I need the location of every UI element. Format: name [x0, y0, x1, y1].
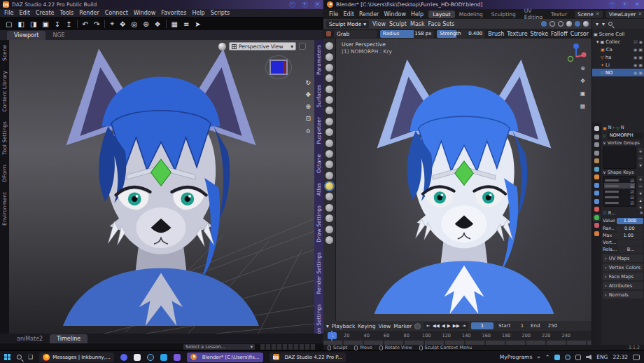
workspace-layout[interactable]: Layout — [428, 11, 455, 18]
brush-pinch-icon[interactable] — [326, 172, 333, 179]
brush-elastic-deform-icon[interactable] — [326, 193, 333, 200]
collection-menu-icon[interactable]: ▾ — [602, 21, 605, 27]
proportional-edit-icon[interactable] — [550, 21, 555, 27]
texture-tab-icon[interactable] — [594, 231, 599, 236]
zoom-icon[interactable]: ⊕ — [578, 64, 587, 73]
steam-icon[interactable] — [147, 354, 154, 361]
universal-tool-icon[interactable]: ✥ — [120, 20, 125, 28]
menu-sculpt[interactable]: Sculpt — [389, 21, 407, 27]
physics-tab-icon[interactable] — [594, 199, 599, 204]
range-max-field[interactable]: 1.00 — [613, 233, 643, 239]
shading-material-icon[interactable] — [575, 21, 580, 27]
pane-tab-dform[interactable]: DForm — [1, 165, 8, 182]
add-shape-key-button[interactable]: + — [638, 176, 643, 182]
daz-menu-file[interactable]: File — [4, 10, 13, 16]
display-icon[interactable] — [575, 355, 581, 360]
menu-face-sets[interactable]: Face Sets — [428, 21, 455, 27]
mode-dropdown[interactable]: Sculpt Mode ▾ — [326, 20, 369, 28]
discord-icon[interactable] — [120, 354, 127, 361]
checkbox-icon[interactable]: ☑ — [634, 39, 637, 44]
jump-to-end-button[interactable]: ⇥ — [462, 323, 465, 329]
strength-slider[interactable]: Strength 0.400 — [437, 30, 485, 38]
daz-viewport[interactable]: Perspective View ▾ ↻ ✥ ⊕ ⊡ ⌂ — [9, 40, 314, 334]
auto-keying-button[interactable] — [414, 323, 421, 329]
menu-keying[interactable]: Keying — [358, 323, 375, 329]
node-tool-icon[interactable]: ⌖ — [110, 20, 114, 28]
menu-mask[interactable]: Mask — [410, 21, 425, 27]
menu-playback[interactable]: Playback — [332, 323, 355, 329]
pane-tab-environment[interactable]: Environment — [1, 192, 8, 226]
daz-menu-edit[interactable]: Edit — [19, 10, 30, 16]
timeline-ruler[interactable]: 1 20 40 60 80 100 120 140 160 180 200 22… — [323, 331, 592, 341]
scene-tab-icon[interactable] — [594, 158, 599, 163]
shading-wireframe-icon[interactable] — [558, 21, 564, 27]
vertex-colors-section[interactable]: › Vertex Colors — [603, 263, 643, 271]
daz-task-button[interactable]: DS DAZ Studio 4.22 Pro P... — [270, 352, 346, 362]
camera-visibility-icon[interactable]: ▣ — [638, 47, 643, 52]
camera-visibility-icon[interactable]: ▣ — [638, 55, 643, 60]
task-view-icon[interactable]: ❏ — [28, 354, 33, 360]
active-brush-name[interactable]: Grab — [334, 30, 377, 38]
undo-icon[interactable]: ↶ — [83, 20, 88, 28]
close-icon[interactable]: ✕ — [640, 210, 643, 216]
daz-menu-scripts[interactable]: Scripts — [211, 10, 230, 16]
tool-tab-icon[interactable] — [594, 126, 599, 131]
filter-icon[interactable]: ▾ — [596, 21, 598, 27]
lesson-select-dropdown[interactable]: Select a Lesson... ▾ — [183, 344, 255, 350]
blender-maximize-button[interactable]: + — [622, 1, 628, 8]
firefox-task-button[interactable]: Messages | Inkbunny,... — [39, 352, 114, 362]
my-programs-label[interactable]: MyPrograms — [500, 354, 532, 360]
normals-section[interactable]: › Normals — [603, 291, 643, 299]
pane-tab-tool-settings[interactable]: Tool Settings — [1, 121, 8, 155]
remove-vertex-group-button[interactable]: − — [638, 155, 643, 160]
blender-task-button[interactable]: Blender* [C:\Users\fis... — [187, 352, 263, 362]
pane-tab-render-settings[interactable]: Render Settings — [316, 252, 322, 294]
daz-menu-favorites[interactable]: Favorites — [161, 10, 186, 16]
playhead[interactable] — [331, 331, 332, 341]
workspace-modeling[interactable]: Modeling — [455, 11, 487, 18]
save-icon[interactable]: ▣ — [42, 20, 48, 28]
menu-render[interactable]: Render — [359, 11, 379, 18]
workspace-sculpting[interactable]: Sculpting — [487, 11, 520, 18]
eye-icon[interactable]: ◉ — [639, 39, 643, 44]
outliner-item-light[interactable]: ✦ Li ◉ ▣ — [592, 61, 644, 69]
daz-menu-create[interactable]: Create — [36, 10, 55, 16]
modifiers-tab-icon[interactable] — [594, 183, 599, 188]
start-button[interactable] — [4, 354, 10, 360]
outliner-item-hair[interactable]: ▽ ha ◉ ▣ — [592, 53, 644, 61]
pane-tab-puppeteer[interactable]: Puppeteer — [316, 117, 322, 144]
brush-grab-icon[interactable] — [326, 182, 333, 190]
brush-draw-icon[interactable] — [326, 42, 333, 50]
render-settings-icon[interactable]: ≡ — [183, 20, 189, 28]
pane-tab-parameters[interactable]: Parameters — [316, 45, 322, 75]
shape-key-specials-button[interactable]: ▾ — [638, 190, 643, 196]
daz-menu-connect[interactable]: Connect — [105, 10, 128, 16]
attributes-section[interactable]: › Attributes — [603, 282, 643, 289]
notification-icon[interactable] — [633, 355, 640, 360]
language-indicator[interactable]: ENG — [596, 354, 608, 360]
checkbox-icon[interactable]: ☑ — [603, 210, 607, 216]
radius-slider[interactable]: Radius 158 px — [380, 30, 435, 38]
app-icon-blue[interactable] — [160, 354, 167, 361]
menu-cursor[interactable]: Cursor — [570, 31, 589, 37]
pointer-tool-icon[interactable]: ➤ — [195, 20, 200, 28]
zoom-tool-icon[interactable]: ⊕ — [305, 103, 311, 110]
brush-flatten-icon[interactable] — [326, 139, 333, 147]
eye-icon[interactable]: ◉ — [634, 47, 637, 52]
pane-tab-octane[interactable]: Octane — [316, 154, 322, 173]
previous-keyframe-button[interactable]: ◀◀ — [433, 323, 440, 329]
editor-type-icon[interactable]: ▾ — [326, 323, 329, 329]
brush-nudge-icon[interactable] — [326, 236, 333, 244]
next-keyframe-button[interactable]: ▶▶ — [453, 323, 460, 329]
menu-edit[interactable]: Edit — [343, 11, 354, 18]
outliner-scene-collection[interactable]: ▣ Scene Coll — [592, 30, 644, 38]
view-layer-selector[interactable]: ViewLayer ✕ — [606, 11, 644, 18]
constraints-tab-icon[interactable] — [594, 207, 599, 212]
outliner-item-camera[interactable]: ▣ Ca ◉ ▣ — [592, 46, 644, 53]
shape-keys-list[interactable]: ☑ ☑ ☑ ☑ ☑ — [603, 176, 636, 207]
camera-view-icon[interactable]: ▣ — [578, 89, 587, 98]
redo-icon[interactable]: ↷ — [94, 20, 99, 28]
daz-close-button[interactable]: × — [314, 1, 321, 8]
face-maps-section[interactable]: › Face Maps — [603, 273, 643, 280]
vertex-groups-section-header[interactable]: ∨ Vertex Groups — [603, 139, 643, 146]
